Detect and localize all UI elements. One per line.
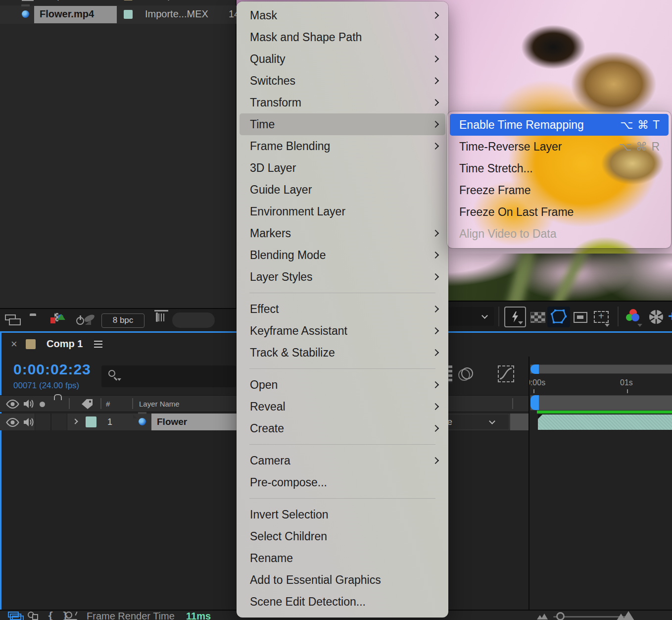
toolbar-divider [618, 307, 619, 326]
frame-render-time-label: Frame Render Time [87, 611, 175, 620]
menu-item-create[interactable]: Create [240, 417, 445, 439]
close-tab-icon[interactable]: × [11, 339, 17, 350]
submenu-arrow-icon [432, 425, 439, 432]
menu-item-guide-layer[interactable]: Guide Layer [240, 179, 445, 201]
render-speed-snail-icon[interactable] [64, 612, 78, 620]
menu-item-label: Invert Selection [250, 508, 329, 521]
guides-options-button[interactable] [594, 311, 609, 323]
graph-editor-icon[interactable] [498, 365, 514, 382]
playhead-cap[interactable] [530, 364, 539, 374]
project-row-flower[interactable]: Flower.mp4 Importe...MEX 14, [0, 5, 237, 24]
menu-item-time[interactable]: Time [240, 113, 445, 135]
motion-blur-icon[interactable] [458, 367, 475, 382]
timeline-search-input[interactable] [101, 365, 236, 387]
add-button[interactable]: + [668, 308, 672, 324]
layer-name: Flower [157, 416, 187, 427]
menu-item-label: Environment Layer [250, 205, 345, 218]
layer-row-flower[interactable]: 1 Flower [0, 413, 237, 430]
twirl-open-icon[interactable] [72, 418, 78, 424]
solo-cell[interactable] [35, 413, 51, 430]
current-timecode[interactable]: 0:00:02:23 [13, 361, 91, 378]
shapes-icon[interactable] [28, 612, 41, 620]
menu-item-pre-compose[interactable]: Pre-compose... [240, 471, 445, 493]
mask-visibility-button[interactable] [547, 307, 570, 327]
bit-depth-button[interactable]: 8 bpc [101, 313, 144, 328]
menu-item-layer-styles[interactable]: Layer Styles [240, 266, 445, 288]
menu-item-time-stretch[interactable]: Time Stretch... [450, 157, 669, 179]
menu-separator [249, 368, 435, 369]
ruler-label-0s: 0:00s [529, 378, 545, 387]
lock-cell[interactable] [51, 413, 67, 430]
menu-item-transform[interactable]: Transform [240, 92, 445, 113]
panel-focus-border [0, 333, 1, 620]
layer-color-swatch[interactable] [86, 416, 96, 427]
timeline-zoom-knob[interactable] [556, 612, 565, 620]
layer-audio-icon[interactable] [23, 417, 34, 427]
menu-separator [249, 293, 435, 293]
layer-duration-bar[interactable] [538, 414, 672, 430]
playhead-cap[interactable] [530, 395, 539, 410]
menu-item-rename[interactable]: Rename [240, 547, 445, 569]
region-of-interest-button[interactable] [574, 312, 587, 323]
solo-icon [40, 402, 45, 407]
time-navigator-bar[interactable] [530, 364, 672, 374]
menu-item-invert-selection[interactable]: Invert Selection [240, 504, 445, 525]
delete-item-icon[interactable] [156, 312, 158, 322]
menu-item-camera[interactable]: Camera [240, 450, 445, 471]
menu-item-label: Camera [250, 454, 290, 467]
video-visibility-icon [6, 400, 19, 409]
exposure-shutter-icon[interactable] [648, 309, 664, 325]
menu-item-freeze-frame[interactable]: Freeze Frame [450, 179, 669, 201]
menu-item-add-to-essential-graphics[interactable]: Add to Essential Graphics [240, 569, 445, 591]
menu-item-select-children[interactable]: Select Children [240, 525, 445, 547]
menu-item-environment-layer[interactable]: Environment Layer [240, 201, 445, 222]
transparency-grid-button[interactable] [530, 312, 545, 323]
menu-item-label: Mask [250, 9, 277, 22]
audio-icon [23, 399, 34, 409]
rendered-frames-bar [537, 411, 672, 413]
menu-item-quality[interactable]: Quality [240, 48, 445, 70]
submenu-arrow-icon [432, 273, 439, 280]
menu-item-blending-mode[interactable]: Blending Mode [240, 244, 445, 266]
label-color-swatch[interactable] [124, 10, 133, 19]
timeline-track-area[interactable]: 0:00s 01s [529, 357, 672, 610]
menu-item-label: Markers [250, 227, 291, 240]
menu-item-markers[interactable]: Markers [240, 222, 445, 244]
project-item-name-cell[interactable]: Flower.mp4 [34, 6, 117, 23]
menu-item-label: Layer Styles [250, 270, 313, 284]
menu-item-mask-and-shape-path[interactable]: Mask and Shape Path [240, 26, 445, 48]
panel-menu-icon[interactable] [94, 341, 102, 348]
menu-item-3d-layer[interactable]: 3D Layer [240, 157, 445, 179]
column-layer-name[interactable]: Layer Name [139, 400, 180, 408]
menu-item-switches[interactable]: Switches [240, 70, 445, 92]
menu-item-align-video-to-data: Align Video to Data [450, 223, 669, 245]
zoom-in-mountains-icon[interactable] [617, 611, 636, 620]
layer-visibility-icon[interactable] [6, 418, 19, 427]
menu-item-mask[interactable]: Mask [240, 4, 445, 26]
project-toolbar: 8 bpc [0, 308, 237, 331]
menu-item-freeze-on-last-frame[interactable]: Freeze On Last Frame [450, 201, 669, 223]
column-number[interactable]: # [106, 400, 110, 408]
new-composition-icon[interactable] [54, 313, 58, 321]
menu-item-effect[interactable]: Effect [240, 298, 445, 320]
menu-item-keyframe-assistant[interactable]: Keyframe Assistant [240, 320, 445, 342]
label-tag-icon [81, 399, 93, 410]
menu-item-open[interactable]: Open [240, 374, 445, 396]
channel-rgb-button[interactable] [625, 309, 643, 326]
label-color-swatch[interactable] [124, 0, 133, 0]
project-item-type: Importe...MEX [145, 8, 208, 20]
menu-item-shortcut: ⌥ ⌘ R [619, 140, 660, 154]
menu-item-reveal[interactable]: Reveal [240, 396, 445, 417]
film-strip-icon[interactable] [448, 365, 452, 383]
work-area-bar[interactable] [530, 395, 672, 411]
layer-name-cell[interactable]: Flower [151, 413, 237, 430]
menu-item-track-stabilize[interactable]: Track & Stabilize [240, 342, 445, 363]
fast-previews-button[interactable] [504, 307, 526, 327]
zoom-out-mountains-icon[interactable] [537, 614, 548, 620]
project-row-comp1[interactable]: Comp 1 Composition [0, 0, 237, 4]
menu-item-frame-blending[interactable]: Frame Blending [240, 135, 445, 157]
menu-item-time-reverse-layer[interactable]: Time-Reverse Layer⌥ ⌘ R [450, 136, 669, 157]
menu-item-scene-edit-detection[interactable]: Scene Edit Detection... [240, 591, 445, 613]
menu-item-enable-time-remapping[interactable]: Enable Time Remapping⌥ ⌘ T [450, 114, 669, 136]
tab-comp1[interactable]: Comp 1 [47, 338, 83, 350]
